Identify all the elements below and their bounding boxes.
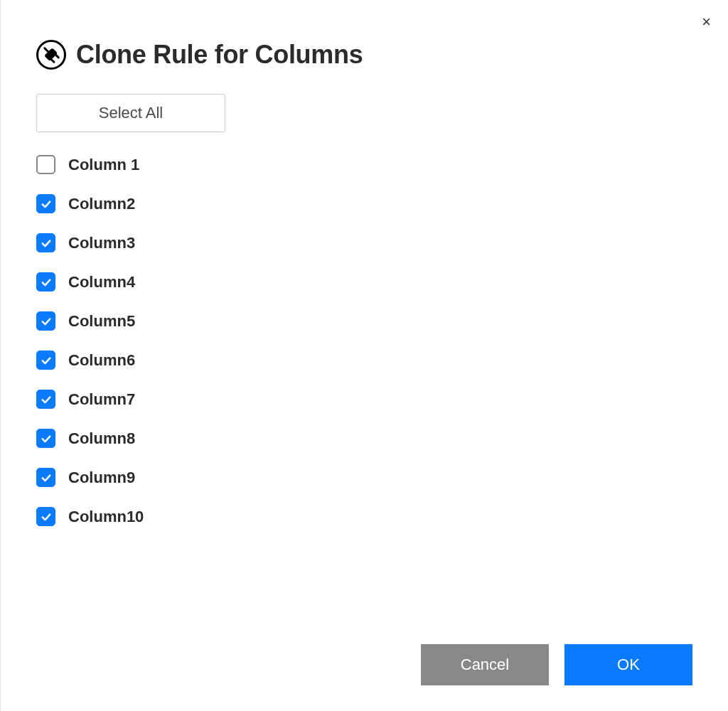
column-label: Column10 bbox=[68, 508, 144, 526]
column-row: Column4 bbox=[36, 272, 692, 292]
column-checkbox[interactable] bbox=[36, 390, 55, 409]
column-label: Column3 bbox=[68, 234, 135, 252]
column-checkbox[interactable] bbox=[36, 468, 55, 487]
column-checkbox[interactable] bbox=[36, 429, 55, 448]
cancel-button[interactable]: Cancel bbox=[421, 644, 549, 685]
column-label: Column 1 bbox=[68, 156, 139, 174]
check-icon bbox=[40, 432, 53, 445]
check-icon bbox=[40, 393, 53, 406]
close-button[interactable]: × bbox=[702, 14, 711, 30]
column-label: Column2 bbox=[68, 195, 135, 213]
check-icon bbox=[40, 471, 53, 484]
column-row: Column6 bbox=[36, 351, 692, 370]
column-row: Column9 bbox=[36, 468, 692, 487]
check-icon bbox=[40, 276, 53, 289]
column-row: Column7 bbox=[36, 390, 692, 409]
column-row: Column 1 bbox=[36, 155, 692, 174]
ok-button[interactable]: OK bbox=[564, 644, 692, 685]
clone-rule-dialog: × Clone Rule for Columns Select All Colu… bbox=[0, 0, 728, 711]
check-icon bbox=[40, 315, 53, 328]
dialog-footer: Cancel OK bbox=[421, 644, 692, 685]
column-row: Column8 bbox=[36, 429, 692, 448]
column-row: Column3 bbox=[36, 233, 692, 252]
column-row: Column10 bbox=[36, 507, 692, 526]
close-icon: × bbox=[702, 13, 711, 31]
column-checkbox[interactable] bbox=[36, 272, 55, 292]
check-icon bbox=[40, 198, 53, 210]
column-label: Column4 bbox=[68, 273, 135, 292]
check-icon bbox=[40, 354, 53, 367]
column-label: Column9 bbox=[68, 469, 135, 487]
column-row: Column5 bbox=[36, 311, 692, 331]
column-label: Column8 bbox=[68, 429, 135, 448]
column-checkbox[interactable] bbox=[36, 194, 55, 213]
column-checkbox[interactable] bbox=[36, 233, 55, 252]
column-label: Column6 bbox=[68, 351, 135, 370]
column-checkbox[interactable] bbox=[36, 311, 55, 331]
column-checkbox[interactable] bbox=[36, 351, 55, 370]
column-label: Column5 bbox=[68, 312, 135, 331]
dialog-header: Clone Rule for Columns bbox=[36, 40, 692, 70]
select-all-button[interactable]: Select All bbox=[36, 94, 225, 132]
dialog-title: Clone Rule for Columns bbox=[76, 40, 363, 70]
column-list: Column 1Column2Column3Column4Column5Colu… bbox=[36, 155, 692, 526]
column-label: Column7 bbox=[68, 390, 135, 409]
check-icon bbox=[40, 510, 53, 523]
plug-icon bbox=[36, 40, 66, 70]
column-row: Column2 bbox=[36, 194, 692, 213]
column-checkbox[interactable] bbox=[36, 155, 55, 174]
check-icon bbox=[40, 237, 53, 250]
column-checkbox[interactable] bbox=[36, 507, 55, 526]
